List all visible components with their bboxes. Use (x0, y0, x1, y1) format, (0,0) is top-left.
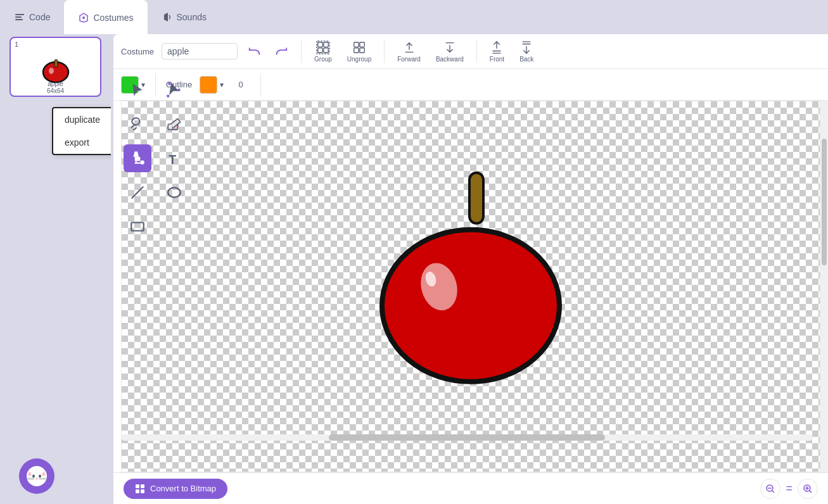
apple-illustration (363, 160, 578, 390)
forward-label: Forward (397, 56, 421, 63)
outline-color-arrow[interactable]: ▾ (220, 80, 224, 89)
svg-rect-23 (324, 47, 328, 52)
backward-label: Backward (436, 56, 464, 63)
sep-3 (476, 40, 477, 63)
tool-fill[interactable] (124, 144, 151, 172)
svg-line-59 (132, 187, 143, 198)
toolbar: Costume (113, 34, 828, 69)
tab-costumes[interactable]: Costumes (64, 0, 147, 34)
svg-rect-41 (141, 484, 144, 488)
backward-button[interactable]: Backward (431, 38, 469, 65)
canvas-hscrollbar-thumb[interactable] (329, 434, 606, 441)
svg-rect-61 (131, 223, 144, 231)
sounds-icon (162, 11, 173, 23)
front-label: Front (490, 56, 504, 63)
undo-button[interactable] (243, 42, 267, 61)
tool-rect[interactable] (124, 213, 151, 241)
tab-sounds[interactable]: Sounds (148, 0, 220, 34)
forward-button[interactable]: Forward (392, 38, 426, 65)
svg-point-13 (32, 475, 35, 478)
redo-button[interactable] (269, 42, 293, 61)
zoom-controls: = (760, 479, 818, 499)
ungroup-button[interactable]: Ungroup (342, 38, 376, 65)
svg-rect-22 (318, 47, 322, 52)
bottom-bar: Convert to Bitmap = (113, 472, 828, 504)
svg-point-53 (167, 95, 169, 98)
tool-reshape[interactable] (160, 76, 188, 104)
toolbar2: ▾ Outline ▾ 0 (113, 69, 828, 101)
svg-rect-24 (317, 41, 329, 53)
costumes-icon (78, 12, 89, 23)
svg-rect-21 (324, 42, 328, 46)
zoom-out-button[interactable] (760, 479, 780, 499)
group-button[interactable]: Group (309, 38, 337, 65)
front-button[interactable]: Front (485, 38, 509, 65)
zoom-reset-button[interactable]: = (786, 482, 793, 495)
zoom-in-button[interactable] (798, 479, 818, 499)
costume-list: 1 apple64x64 duplicate export (0, 34, 111, 504)
back-button[interactable]: Back (514, 38, 538, 65)
svg-rect-28 (360, 47, 364, 52)
sep-2 (384, 40, 385, 63)
tab-costumes-label: Costumes (93, 13, 133, 23)
svg-marker-4 (164, 13, 168, 22)
tool-line[interactable] (124, 179, 151, 206)
tab-code-label: Code (29, 12, 50, 22)
tool-select[interactable] (124, 76, 151, 104)
svg-rect-2 (15, 19, 23, 20)
sep-1 (301, 40, 302, 63)
tool-ellipse[interactable] (160, 179, 188, 206)
svg-rect-27 (354, 47, 359, 52)
back-label: Back (519, 56, 533, 63)
ungroup-label: Ungroup (347, 56, 371, 63)
svg-rect-6 (54, 60, 58, 67)
group-label: Group (314, 56, 332, 63)
outline-value: 0 (231, 80, 250, 89)
svg-rect-0 (15, 14, 24, 15)
top-tabs-bar: Code Costumes Sounds (0, 0, 828, 34)
svg-line-45 (772, 490, 775, 493)
context-menu-duplicate[interactable]: duplicate (53, 108, 111, 131)
cat-avatar[interactable] (19, 458, 54, 494)
svg-rect-20 (318, 42, 322, 46)
tool-text[interactable]: T (160, 144, 188, 172)
costume-item-label: apple64x64 (11, 80, 100, 94)
costume-scroll[interactable]: 1 apple64x64 (0, 34, 111, 504)
svg-point-37 (453, 234, 488, 262)
svg-rect-40 (136, 484, 139, 488)
canvas-hscrollbar[interactable] (121, 434, 813, 441)
svg-rect-43 (141, 489, 144, 493)
svg-point-14 (39, 475, 41, 478)
svg-point-7 (49, 68, 54, 74)
canvas-area[interactable] (113, 101, 828, 472)
outline-color-swatch[interactable] (200, 76, 217, 94)
costume-item-1[interactable]: 1 apple64x64 (10, 37, 101, 97)
tab-code[interactable]: Code (0, 0, 64, 34)
canvas-scrollbar[interactable] (820, 101, 828, 472)
code-icon (14, 11, 25, 23)
svg-rect-25 (354, 42, 359, 46)
bitmap-icon (135, 484, 145, 494)
canvas-scrollbar-thumb[interactable] (822, 139, 827, 265)
tool-brush[interactable] (124, 110, 151, 138)
svg-point-57 (140, 160, 144, 165)
drawing-tools-panel: T (117, 70, 197, 247)
svg-rect-42 (136, 489, 139, 493)
svg-line-48 (810, 490, 812, 493)
svg-point-51 (168, 82, 170, 85)
tool-eraser[interactable] (160, 110, 188, 138)
costume-name-input[interactable] (162, 43, 238, 60)
svg-point-60 (168, 187, 181, 197)
costume-label: Costume (121, 47, 154, 56)
sep-outline (260, 73, 261, 96)
svg-rect-26 (360, 42, 364, 46)
context-menu-export[interactable]: export (53, 131, 111, 154)
tab-sounds-label: Sounds (177, 12, 207, 22)
context-menu: duplicate export (52, 107, 111, 155)
svg-rect-56 (135, 157, 141, 161)
undo-redo-group (243, 42, 293, 61)
convert-bitmap-button[interactable]: Convert to Bitmap (124, 479, 227, 499)
svg-rect-35 (469, 172, 483, 223)
main-area: 1 apple64x64 duplicate export (0, 34, 828, 504)
svg-text:T: T (169, 153, 176, 167)
